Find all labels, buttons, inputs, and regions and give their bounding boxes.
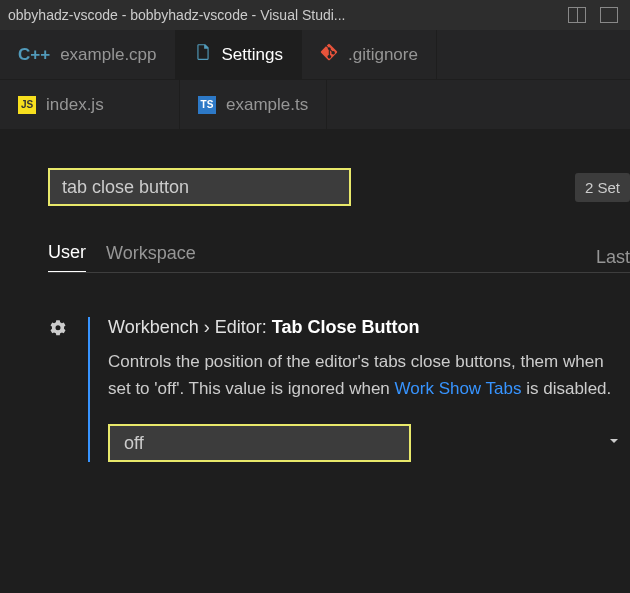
settings-editor: tab close button 2 Set User Workspace La…	[0, 130, 630, 462]
editor-tabs-row-1: C++ example.cpp Settings .gitignore	[0, 30, 630, 80]
git-icon	[320, 43, 338, 66]
tab-label: .gitignore	[348, 45, 418, 65]
settings-search-row: tab close button 2 Set	[48, 168, 630, 206]
titlebar: obbyhadz-vscode - bobbyhadz-vscode - Vis…	[0, 0, 630, 30]
chevron-down-icon[interactable]	[598, 433, 630, 453]
js-icon: JS	[18, 96, 36, 114]
tab-example-ts[interactable]: TS example.ts	[180, 80, 327, 129]
tab-label: example.cpp	[60, 45, 156, 65]
split-editor-icon[interactable]	[568, 7, 586, 23]
tab-settings[interactable]: Settings	[176, 30, 302, 79]
window-controls	[568, 7, 618, 23]
tab-label: example.ts	[226, 95, 308, 115]
settings-count-badge: 2 Set	[575, 173, 630, 202]
window-title: obbyhadz-vscode - bobbyhadz-vscode - Vis…	[8, 7, 346, 23]
editor-tabs-row-2: JS index.js TS example.ts	[0, 80, 630, 130]
setting-dropdown[interactable]: off	[108, 424, 411, 462]
link-workbench[interactable]: Work	[395, 379, 434, 398]
link-show-tabs[interactable]: Show Tabs	[439, 379, 522, 398]
ts-icon: TS	[198, 96, 216, 114]
scope-last-synced[interactable]: Last	[596, 247, 630, 268]
settings-scope-tabs: User Workspace Last	[48, 242, 630, 272]
setting-title: Workbench › Editor: Tab Close Button	[108, 317, 630, 338]
setting-description: Controls the position of the editor's ta…	[108, 348, 630, 402]
tab-gitignore[interactable]: .gitignore	[302, 30, 437, 79]
scope-workspace-tab[interactable]: Workspace	[106, 243, 196, 272]
setting-content: Workbench › Editor: Tab Close Button Con…	[88, 317, 630, 462]
divider	[48, 272, 630, 273]
setting-select-row: off	[108, 424, 630, 462]
tab-example-cpp[interactable]: C++ example.cpp	[0, 30, 176, 79]
file-icon	[194, 43, 212, 66]
select-value: off	[124, 433, 144, 454]
tab-label: Settings	[222, 45, 283, 65]
setting-item: Workbench › Editor: Tab Close Button Con…	[48, 317, 630, 462]
gear-icon[interactable]	[48, 325, 68, 342]
tab-index-js[interactable]: JS index.js	[0, 80, 180, 129]
search-value: tab close button	[62, 177, 189, 198]
cpp-icon: C++	[18, 45, 50, 65]
tab-label: index.js	[46, 95, 104, 115]
maximize-icon[interactable]	[600, 7, 618, 23]
setting-breadcrumb: Workbench › Editor:	[108, 317, 267, 337]
scope-user-tab[interactable]: User	[48, 242, 86, 272]
settings-search-input[interactable]: tab close button	[48, 168, 351, 206]
setting-name: Tab Close Button	[272, 317, 420, 337]
